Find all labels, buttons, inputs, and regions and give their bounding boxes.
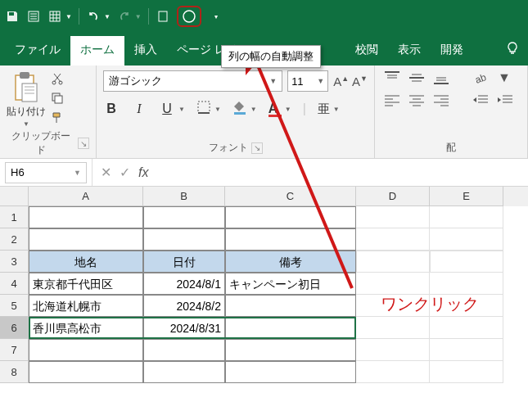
- cell[interactable]: 北海道札幌市: [29, 295, 143, 317]
- cell[interactable]: [430, 251, 503, 273]
- name-box[interactable]: H6▼: [5, 162, 87, 183]
- align-left-icon[interactable]: [385, 93, 401, 106]
- cell[interactable]: [225, 339, 356, 361]
- cell[interactable]: [430, 361, 503, 383]
- cell[interactable]: [29, 206, 143, 228]
- cell[interactable]: 2024/8/1: [143, 273, 225, 295]
- borders-icon[interactable]: [196, 100, 211, 118]
- paste-button[interactable]: 貼り付け ▼: [7, 70, 46, 128]
- cell[interactable]: [356, 228, 430, 251]
- cell[interactable]: [430, 273, 503, 295]
- fill-color-icon[interactable]: [232, 100, 247, 118]
- underline-button[interactable]: U: [159, 102, 175, 116]
- select-all-corner[interactable]: [0, 187, 29, 206]
- col-header-D[interactable]: D: [356, 187, 430, 206]
- orientation-icon[interactable]: ab: [473, 71, 490, 84]
- cell[interactable]: キャンペーン初日: [225, 273, 356, 295]
- cell[interactable]: 2024/8/31: [143, 317, 225, 339]
- cell[interactable]: [356, 251, 430, 273]
- cell[interactable]: [143, 206, 225, 228]
- cut-icon[interactable]: [51, 72, 65, 87]
- touch-mode-icon[interactable]: [156, 9, 170, 24]
- cell[interactable]: [225, 317, 356, 339]
- row-header[interactable]: 1: [0, 206, 29, 228]
- cell[interactable]: [225, 361, 356, 383]
- cell[interactable]: [225, 295, 356, 317]
- cell[interactable]: [29, 339, 143, 361]
- tab-view[interactable]: 表示: [388, 36, 431, 65]
- cell[interactable]: [430, 339, 503, 361]
- cell[interactable]: [225, 228, 356, 251]
- enter-icon[interactable]: ✓: [120, 165, 130, 180]
- font-color-icon[interactable]: A: [269, 102, 282, 117]
- undo-icon[interactable]: [86, 9, 101, 24]
- page-icon[interactable]: [26, 9, 41, 24]
- tab-insert[interactable]: 挿入: [124, 36, 167, 65]
- cell[interactable]: 香川県高松市: [29, 317, 143, 339]
- copy-icon[interactable]: [51, 92, 65, 106]
- fx-icon[interactable]: fx: [138, 165, 148, 180]
- cell[interactable]: [225, 206, 356, 228]
- align-right-icon[interactable]: [434, 93, 450, 106]
- italic-button[interactable]: I: [131, 102, 147, 116]
- row-header[interactable]: 8: [0, 361, 29, 383]
- format-painter-icon[interactable]: [51, 111, 65, 126]
- align-middle-icon[interactable]: [409, 71, 426, 84]
- cell[interactable]: [430, 206, 503, 228]
- col-header-A[interactable]: A: [29, 187, 143, 206]
- cell[interactable]: [29, 361, 143, 383]
- font-size-combo[interactable]: 11▼: [287, 70, 328, 92]
- cell[interactable]: [356, 317, 430, 339]
- decrease-indent-icon[interactable]: [473, 93, 490, 106]
- tab-file[interactable]: ファイル: [5, 36, 70, 65]
- cell[interactable]: 東京都千代田区: [29, 273, 143, 295]
- col-header-E[interactable]: E: [430, 187, 503, 206]
- highlighted-qat-button[interactable]: [177, 6, 201, 27]
- tell-me-icon[interactable]: [505, 41, 520, 59]
- cancel-icon[interactable]: ✕: [101, 165, 111, 180]
- row-header[interactable]: 5: [0, 295, 29, 317]
- row-header[interactable]: 7: [0, 339, 29, 361]
- tab-home[interactable]: ホーム: [70, 36, 124, 65]
- dialog-launcher-icon[interactable]: ↘: [251, 142, 263, 154]
- tab-developer[interactable]: 開発: [431, 36, 473, 65]
- align-top-icon[interactable]: [385, 71, 401, 84]
- save-icon[interactable]: [5, 9, 20, 24]
- shrink-font-icon[interactable]: A▼: [352, 75, 368, 88]
- bold-button[interactable]: B: [103, 102, 120, 116]
- row-header[interactable]: 4: [0, 273, 29, 295]
- cell[interactable]: [356, 206, 430, 228]
- dialog-launcher-icon[interactable]: ↘: [78, 138, 89, 149]
- col-header-C[interactable]: C: [225, 187, 356, 206]
- cell[interactable]: [356, 273, 430, 295]
- increase-indent-icon[interactable]: [498, 93, 514, 106]
- cell[interactable]: 備考: [225, 251, 356, 273]
- row-header[interactable]: 6: [0, 317, 29, 339]
- cell[interactable]: 日付: [143, 251, 225, 273]
- dropdown-icon[interactable]: ▼: [104, 13, 111, 20]
- cell[interactable]: [430, 317, 503, 339]
- align-center-icon[interactable]: [409, 93, 426, 106]
- tab-review[interactable]: 校閲: [345, 36, 388, 65]
- align-bottom-icon[interactable]: [434, 71, 450, 84]
- cell[interactable]: [29, 228, 143, 251]
- grow-font-icon[interactable]: A▲: [333, 75, 349, 88]
- table-icon[interactable]: [47, 9, 62, 24]
- row-header[interactable]: 2: [0, 228, 29, 251]
- cell[interactable]: [356, 361, 430, 383]
- col-header-B[interactable]: B: [143, 187, 225, 206]
- cell[interactable]: 地名: [29, 251, 143, 273]
- customize-qat-icon[interactable]: ▾: [214, 13, 218, 20]
- row-header[interactable]: 3: [0, 251, 29, 273]
- cell[interactable]: [430, 228, 503, 251]
- redo-icon[interactable]: [117, 9, 132, 24]
- cell[interactable]: [143, 361, 225, 383]
- dropdown-icon[interactable]: ▼: [65, 13, 72, 20]
- cell[interactable]: [143, 339, 225, 361]
- dropdown-icon[interactable]: ▼: [135, 13, 142, 20]
- phonetic-icon[interactable]: 亜: [318, 102, 330, 117]
- cell[interactable]: 2024/8/2: [143, 295, 225, 317]
- cell[interactable]: [143, 228, 225, 251]
- cell[interactable]: [356, 339, 430, 361]
- font-name-combo[interactable]: 游ゴシック▼: [103, 70, 282, 92]
